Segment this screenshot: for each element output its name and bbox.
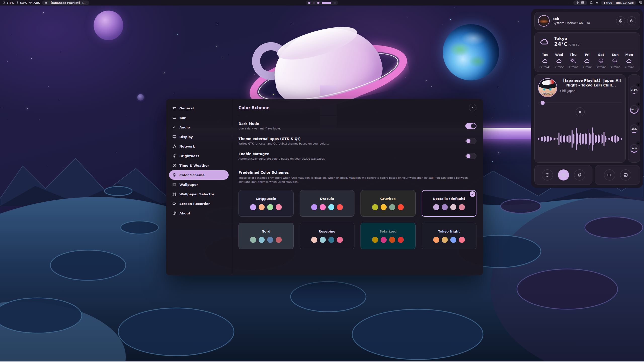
scheme-color-dot	[320, 237, 326, 243]
setting-subtitle: Use a dark variant if available.	[238, 127, 281, 130]
tray-wallpaper-icon[interactable]	[581, 1, 585, 5]
visualizer-bar	[566, 136, 567, 141]
bottom-edge-strip	[0, 361, 644, 362]
power-button[interactable]	[627, 16, 636, 25]
setting-subtitle: Automatically generate colors based on y…	[238, 157, 325, 160]
bell-icon[interactable]	[589, 1, 593, 5]
visualizer-bar	[598, 134, 599, 143]
cloud-icon	[626, 58, 632, 64]
track-artist: Chill Japan.	[560, 89, 622, 93]
progress-knob[interactable]	[541, 101, 545, 105]
sidebar-item-general[interactable]: General	[169, 103, 229, 113]
sidebar-item-bar[interactable]: Bar	[169, 113, 229, 122]
scheme-color-dot	[276, 237, 282, 243]
sidebar-item-network[interactable]: Network	[169, 142, 229, 151]
setting-title: Theme external apps (GTK & Qt)	[238, 137, 329, 141]
scheme-card-solarized[interactable]: Solarized	[360, 223, 416, 249]
app-grid-icon[interactable]	[638, 1, 642, 5]
toggle-list: Dark ModeUse a dark variant if available…	[238, 122, 476, 160]
visualizer-bar	[601, 134, 602, 144]
weather-city: Tokyo	[554, 36, 580, 41]
media-pill[interactable]: 【Japanese Playlist】 J...	[42, 1, 89, 5]
visualizer-bar	[575, 135, 576, 143]
visualizer-bar	[592, 127, 593, 151]
close-button[interactable]	[469, 104, 476, 111]
visualizer-bar	[599, 135, 600, 143]
visualizer-bar	[557, 138, 558, 140]
visualizer-bar	[608, 138, 609, 140]
scheme-card-rosepine[interactable]: Rosepine	[300, 223, 355, 249]
pause-icon	[45, 1, 48, 4]
sidebar-item-audio[interactable]: Audio	[169, 122, 229, 132]
scheme-card-noctalia-default-[interactable]: Noctalia (default)	[422, 190, 477, 217]
gauge-value: 24%	[628, 147, 640, 150]
scheme-color-dot	[337, 204, 343, 210]
visualizer-bar	[548, 136, 549, 141]
recorder-icon	[172, 202, 176, 206]
visualizer-bar	[570, 135, 571, 143]
scheme-color-dot	[311, 204, 317, 210]
play-pause-button[interactable]	[576, 107, 585, 116]
workspace-1-occupied[interactable]	[308, 2, 310, 4]
weather-timezone: (GMT+9)	[569, 43, 580, 46]
visualizer-bar	[586, 134, 587, 144]
toggle-theme-external-apps-gtk-qt-[interactable]	[465, 138, 476, 144]
user-card: seb System Uptime: 4h11m	[534, 12, 640, 30]
sidebar-item-wallpaper-selector[interactable]: Wallpaper Selector	[169, 189, 229, 199]
top-bar: 3.8% 53°C 7.8G 【Japanese Playlist】 J... …	[0, 0, 644, 6]
sun-cloud-icon	[570, 58, 576, 64]
sidebar-item-label: Network	[179, 145, 195, 148]
workspace-5-empty[interactable]	[334, 2, 336, 4]
visualizer-bar	[614, 135, 615, 143]
forecast-temps: 35°/25°	[554, 66, 564, 69]
visualizer-bar	[579, 134, 580, 143]
side-panel: seb System Uptime: 4h11m Tokyo 24°C(GMT+…	[531, 9, 643, 188]
media-progress-bar[interactable]	[538, 101, 622, 105]
gauge-chip: 14%	[628, 122, 640, 134]
scheme-name: Dracula	[320, 197, 334, 201]
gear-icon	[619, 19, 623, 23]
profile-button-leaf[interactable]	[574, 169, 585, 180]
tool-button-video[interactable]	[604, 169, 615, 180]
scheme-card-gruvbox[interactable]: Gruvbox	[360, 190, 416, 217]
thermometer-icon	[16, 1, 19, 4]
speaker-icon[interactable]	[595, 1, 599, 5]
visualizer-bar	[538, 138, 539, 140]
clock-pill[interactable]: 17:09 - Tue, 19 Aug	[601, 1, 636, 5]
sidebar-item-about[interactable]: About	[169, 208, 229, 218]
gauge-thermometer: 54°C	[628, 103, 640, 115]
settings-window: GeneralBarAudioDisplayNetworkBrightnessT…	[166, 99, 483, 275]
sidebar-item-label: Audio	[179, 125, 190, 129]
scheme-color-dot	[450, 237, 456, 243]
workspace-2-empty[interactable]	[313, 2, 315, 4]
tool-button-wallpaper[interactable]	[620, 169, 631, 180]
settings-button[interactable]	[616, 16, 625, 25]
sidebar-item-wallpaper[interactable]: Wallpaper	[169, 180, 229, 189]
scheme-card-dracula[interactable]: Dracula	[300, 190, 355, 217]
scheme-card-nord[interactable]: Nord	[238, 223, 294, 249]
visualizer-bar	[596, 135, 597, 143]
scales-icon	[561, 173, 566, 177]
system-uptime: System Uptime: 4h11m	[553, 21, 590, 25]
scheme-card-tokyo-night[interactable]: Tokyo Night	[422, 223, 477, 249]
video-icon	[607, 173, 612, 177]
sidebar-item-screen-recorder[interactable]: Screen Recorder	[169, 199, 229, 208]
scheme-color-dot	[459, 237, 465, 243]
profile-button-scales[interactable]	[558, 169, 569, 180]
scheme-color-dot	[372, 237, 378, 243]
workspace-4-active[interactable]	[322, 2, 331, 4]
speedometer-icon	[3, 1, 6, 4]
divider	[539, 50, 636, 50]
audio-icon	[172, 125, 176, 129]
scheme-color-dot	[259, 237, 265, 243]
sidebar-item-brightness[interactable]: Brightness	[169, 151, 229, 161]
scheme-card-catppuccin[interactable]: Catppuccin	[238, 190, 294, 217]
profile-button-speedometer[interactable]	[542, 169, 553, 180]
sidebar-item-time-weather[interactable]: Time & Weather	[169, 161, 229, 170]
workspace-3-occupied[interactable]	[317, 2, 319, 4]
toggle-dark-mode[interactable]	[465, 123, 476, 129]
tray-mic-icon[interactable]	[576, 1, 579, 5]
toggle-enable-matugen[interactable]	[465, 153, 476, 159]
sidebar-item-color-scheme[interactable]: Color Scheme	[169, 170, 229, 180]
sidebar-item-display[interactable]: Display	[169, 132, 229, 142]
